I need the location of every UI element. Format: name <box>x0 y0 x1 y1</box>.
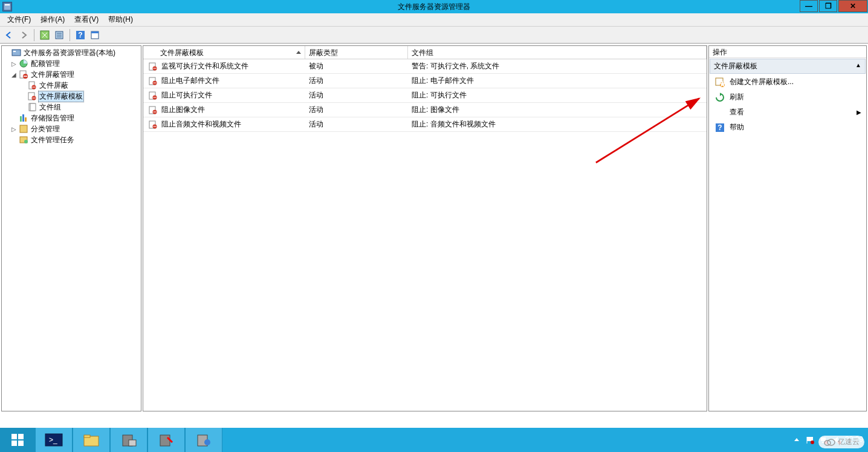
properties-button[interactable] <box>88 28 102 42</box>
cell-template: 阻止电子邮件文件 <box>161 76 219 86</box>
show-hide-tree-button[interactable] <box>38 28 51 42</box>
list-header: 文件屏蔽模板 屏蔽类型 文件组 <box>143 46 707 59</box>
file-screening-icon <box>19 70 28 79</box>
list-body: 监视可执行文件和系统文件被动警告: 可执行文件, 系统文件阻止电子邮件文件活动阻… <box>143 59 707 411</box>
action-label: 查看 <box>730 107 744 117</box>
quota-icon <box>19 59 28 68</box>
actions-group-title-text: 文件屏蔽模板 <box>714 62 757 70</box>
svg-text:★: ★ <box>719 80 725 87</box>
action-view[interactable]: 查看 ▶ <box>709 105 866 120</box>
menu-view[interactable]: 查看(V) <box>70 13 103 26</box>
cell-group: 阻止: 音频文件和视频文件 <box>408 119 707 129</box>
maximize-button[interactable]: ❐ <box>819 0 837 12</box>
svg-rect-1 <box>5 4 10 5</box>
main-area: 文件服务器资源管理器(本地) ▷ 配额管理 ◢ 文件屏蔽管理 <box>0 44 868 413</box>
table-row[interactable]: 阻止可执行文件活动阻止: 可执行文件 <box>143 88 707 103</box>
cell-group: 阻止: 可执行文件 <box>408 90 707 100</box>
svg-rect-25 <box>20 116 22 122</box>
watermark-text: 亿速云 <box>838 437 860 447</box>
actions-pane: 操作 文件屏蔽模板 ▲ ★ 创建文件屏蔽模板... 刷新 查看 ▶ ? 帮助 <box>708 45 867 411</box>
tree-file-screen-templates[interactable]: 文件屏蔽模板 <box>2 91 141 102</box>
tree-file-screen[interactable]: 文件屏蔽 <box>2 80 141 91</box>
menu-help[interactable]: 帮助(H) <box>103 13 138 26</box>
tray-flag-icon[interactable] <box>805 435 815 445</box>
start-button[interactable] <box>0 428 35 452</box>
cell-template: 阻止图像文件 <box>161 105 205 115</box>
template-icon <box>148 76 158 86</box>
tree-file-screening[interactable]: ◢ 文件屏蔽管理 <box>2 69 141 80</box>
tree-label: 文件组 <box>38 102 62 113</box>
action-refresh[interactable]: 刷新 <box>709 90 866 105</box>
svg-rect-27 <box>25 117 27 122</box>
tree-classification[interactable]: ▷ 分类管理 <box>2 123 141 134</box>
expander-icon[interactable]: ▷ <box>10 61 18 67</box>
column-header-template[interactable]: 文件屏蔽模板 <box>143 46 305 59</box>
svg-text:>_: >_ <box>49 436 57 444</box>
svg-rect-52 <box>11 434 17 439</box>
svg-rect-24 <box>30 103 36 111</box>
table-row[interactable]: 监视可执行文件和系统文件被动警告: 可执行文件, 系统文件 <box>143 59 707 74</box>
menu-file[interactable]: 文件(F) <box>2 13 36 26</box>
close-glyph: ✕ <box>850 2 856 10</box>
actions-pane-title: 操作 <box>709 46 866 58</box>
tree-label: 文件屏蔽 <box>38 80 70 91</box>
taskbar-app-fsrm[interactable] <box>185 428 222 452</box>
svg-rect-28 <box>20 125 27 133</box>
action-label: 帮助 <box>730 122 744 133</box>
taskbar-app-explorer[interactable] <box>73 428 110 452</box>
column-header-type[interactable]: 屏蔽类型 <box>305 46 408 59</box>
cell-type: 活动 <box>305 90 408 100</box>
tree-label: 配额管理 <box>30 59 61 69</box>
window-controls: — ❐ ✕ <box>799 0 868 13</box>
taskbar-app-powershell[interactable]: >_ <box>35 428 73 452</box>
refresh-icon <box>715 93 725 102</box>
chevron-right-icon: ▶ <box>857 109 861 116</box>
watermark: 亿速云 <box>818 436 864 448</box>
minimize-button[interactable]: — <box>800 0 818 12</box>
tree-quota[interactable]: ▷ 配额管理 <box>2 58 141 69</box>
minimize-glyph: — <box>805 2 812 10</box>
nav-forward-button[interactable] <box>17 28 30 42</box>
template-icon <box>148 91 158 100</box>
action-label: 创建文件屏蔽模板... <box>730 77 794 87</box>
svg-rect-0 <box>4 3 11 10</box>
tree-label: 文件管理任务 <box>30 135 76 145</box>
cell-template: 监视可执行文件和系统文件 <box>161 61 248 71</box>
actions-group-header[interactable]: 文件屏蔽模板 ▲ <box>710 59 866 74</box>
expander-icon[interactable]: ▷ <box>10 126 18 133</box>
expander-icon[interactable]: ◢ <box>10 71 18 78</box>
window-title: 文件服务器资源管理器 <box>398 2 470 12</box>
help-button[interactable]: ? <box>74 28 87 42</box>
svg-rect-12 <box>13 51 16 52</box>
template-icon <box>148 105 158 115</box>
cell-type: 活动 <box>305 105 408 115</box>
svg-point-64 <box>204 439 210 445</box>
tree-root[interactable]: 文件服务器资源管理器(本地) <box>2 47 141 58</box>
nav-back-button[interactable] <box>2 28 16 42</box>
table-row[interactable]: 阻止电子邮件文件活动阻止: 电子邮件文件 <box>143 74 707 88</box>
action-create-template[interactable]: ★ 创建文件屏蔽模板... <box>709 74 866 90</box>
classification-icon <box>19 124 28 134</box>
table-row[interactable]: 阻止图像文件活动阻止: 图像文件 <box>143 103 707 117</box>
tree-file-groups[interactable]: 文件组 <box>2 102 141 113</box>
tree-file-management-tasks[interactable]: 文件管理任务 <box>2 134 141 145</box>
taskbar-app-server-manager[interactable] <box>110 428 147 452</box>
close-button[interactable]: ✕ <box>838 0 867 12</box>
svg-rect-11 <box>12 50 21 56</box>
export-list-button[interactable] <box>53 28 66 42</box>
tray-up-icon[interactable] <box>792 435 802 445</box>
tasks-icon <box>19 135 28 145</box>
svg-rect-26 <box>22 114 24 122</box>
tree-pane: 文件服务器资源管理器(本地) ▷ 配额管理 ◢ 文件屏蔽管理 <box>1 45 141 411</box>
tree-storage-reports[interactable]: 存储报告管理 <box>2 113 141 123</box>
svg-rect-53 <box>18 434 24 439</box>
column-header-group[interactable]: 文件组 <box>408 46 707 59</box>
cell-template: 阻止可执行文件 <box>161 90 212 100</box>
tree-label: 文件屏蔽模板 <box>38 91 84 102</box>
table-row[interactable]: 阻止音频文件和视频文件活动阻止: 音频文件和视频文件 <box>143 117 707 132</box>
taskbar-app-tools[interactable] <box>147 428 185 452</box>
cell-type: 被动 <box>305 61 408 71</box>
menu-action[interactable]: 操作(A) <box>36 13 70 26</box>
blank-icon <box>715 108 725 117</box>
action-help[interactable]: ? 帮助 <box>709 120 866 135</box>
